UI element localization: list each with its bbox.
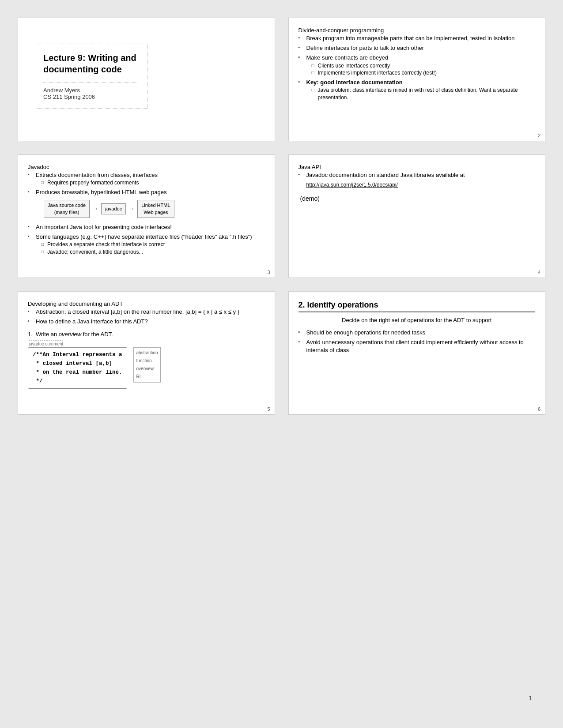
slide-5-step: 1. Write an overview for the ADT. bbox=[28, 331, 265, 338]
slide-4-title: Java API bbox=[299, 164, 536, 170]
code-line-2: * closed interval [a,b] bbox=[33, 360, 112, 367]
annot-2: function bbox=[136, 357, 158, 364]
slide-5-bullets: Abstraction: a closed interval [a,b] on … bbox=[28, 307, 265, 326]
slide-2: Divide-and-conquer programming Break pro… bbox=[288, 18, 546, 141]
sub-2-4-1: Java problem: class interface is mixed i… bbox=[312, 86, 536, 101]
slide-5-number: 5 bbox=[267, 406, 270, 412]
slide-1-inner: Lecture 9: Writing and documenting code … bbox=[36, 44, 147, 109]
sub-2-3-2: Implementers implement interfaces correc… bbox=[312, 69, 536, 77]
slide-3: Javadoc Extracts documentation from clas… bbox=[18, 154, 275, 278]
slide-1: Lecture 9: Writing and documenting code … bbox=[18, 18, 275, 141]
slide-3-bullets: Extracts documentation from classes, int… bbox=[28, 170, 265, 257]
bullet-6-1-text: Should be enough operations for needed t… bbox=[306, 329, 426, 336]
bullet-3-1-text: Extracts documentation from classes, int… bbox=[36, 172, 158, 178]
slide-5: Developing and documenting an ADT Abstra… bbox=[18, 291, 275, 415]
slide-4-number: 4 bbox=[538, 270, 540, 275]
sub-3-4-2: Javadoc: convenient, a little dangerous.… bbox=[41, 248, 265, 256]
bullet-2-4: Key: good interface documentation Java p… bbox=[299, 78, 536, 102]
slide-4: Java API Javadoc documentation on standa… bbox=[288, 154, 546, 278]
bullet-2-3: Make sure contracts are obeyed Clients u… bbox=[299, 53, 536, 78]
diagram-box-2: Linked HTMLWeb pages bbox=[137, 200, 174, 218]
bullet-5-2-text: How to define a Java interface for this … bbox=[36, 318, 148, 325]
bullet-5-1-text: Abstraction: a closed interval [a,b] on … bbox=[36, 308, 239, 315]
sub-2-3-1: Clients use interfaces correctly bbox=[312, 62, 536, 70]
bullet-2-3-sub: Clients use interfaces correctly Impleme… bbox=[312, 62, 536, 77]
slide-6-title: 2. Identify operations bbox=[299, 300, 536, 312]
bullet-5-1: Abstraction: a closed interval [a,b] on … bbox=[28, 307, 265, 317]
slides-grid: Lecture 9: Writing and documenting code … bbox=[18, 18, 545, 415]
bullet-5-2: How to define a Java interface for this … bbox=[28, 317, 265, 326]
code-line-4: */ bbox=[33, 378, 43, 384]
bullet-6-2: Avoid unnecessary operations that client… bbox=[299, 338, 536, 355]
diagram-arrow: → bbox=[92, 205, 98, 214]
slide-2-number: 2 bbox=[538, 133, 540, 138]
bullet-3-4-sub: Provides a separate check that interface… bbox=[41, 241, 265, 256]
code-line-3: * on the real number line. bbox=[33, 369, 122, 375]
code-line-1: /**An Interval represents a bbox=[33, 352, 122, 358]
diagram-box-1: Java source code(many files) bbox=[44, 200, 90, 218]
slide-3-title: Javadoc bbox=[28, 164, 265, 170]
annot-4: RI bbox=[136, 373, 158, 380]
slide-6-subtitle: Decide on the right set of operations fo… bbox=[299, 317, 536, 323]
bullet-3-2-text: Produces browsable, hyperlinked HTML web… bbox=[36, 189, 167, 195]
bullet-4-1-text: Javadoc documentation on standard Java l… bbox=[306, 172, 465, 178]
slide-1-author: Andrew Myers bbox=[43, 87, 136, 94]
slide-5-annotation: abstraction function overview RI bbox=[133, 347, 161, 383]
bullet-2-2: Define interfaces for parts to talk to e… bbox=[299, 43, 536, 53]
bullet-2-4-sub: Java problem: class interface is mixed i… bbox=[312, 86, 536, 101]
slide-5-code-with-annotation: /**An Interval represents a * closed int… bbox=[28, 347, 265, 389]
bullet-2-2-text: Define interfaces for parts to talk to e… bbox=[306, 45, 424, 51]
bullet-2-1-text: Break program into manageable parts that… bbox=[306, 35, 515, 41]
annot-1: abstraction bbox=[136, 349, 158, 356]
javadoc-diagram: Java source code(many files) → javadoc →… bbox=[44, 200, 265, 218]
bullet-3-2: Produces browsable, hyperlinked HTML web… bbox=[28, 188, 265, 222]
slide-5-code-area: javadoc comment /**An Interval represent… bbox=[28, 340, 265, 389]
slide-1-author-block: Andrew Myers CS 211 Spring 2006 bbox=[43, 82, 136, 100]
slide-5-dashed-label: javadoc comment bbox=[29, 340, 63, 346]
bullet-4-1: Javadoc documentation on standard Java l… bbox=[299, 170, 536, 180]
slide-2-title: Divide-and-conquer programming bbox=[299, 27, 536, 34]
slide-4-link: http://java.sun.com/j2se/1.5.0/docs/api/ bbox=[306, 182, 536, 188]
sub-3-1-1: Requires properly formatted comments bbox=[41, 179, 265, 187]
slide-6-bullets: Should be enough operations for needed t… bbox=[299, 328, 536, 356]
slide-5-code-block: /**An Interval represents a * closed int… bbox=[28, 347, 127, 389]
bullet-3-4-text: Some languages (e.g. C++) have separate … bbox=[36, 233, 252, 240]
slide-4-bullets: Javadoc documentation on standard Java l… bbox=[299, 170, 536, 180]
bullet-3-3-text: An important Java tool for presenting co… bbox=[36, 224, 172, 230]
bullet-3-1: Extracts documentation from classes, int… bbox=[28, 170, 265, 188]
bullet-2-1: Break program into manageable parts that… bbox=[299, 34, 536, 43]
diagram-arrow-2: → bbox=[128, 205, 135, 214]
slide-4-demo: (demo) bbox=[300, 195, 536, 202]
slide-5-title: Developing and documenting an ADT bbox=[28, 300, 265, 307]
page-number: 1 bbox=[529, 694, 532, 702]
slide-6: 2. Identify operations Decide on the rig… bbox=[288, 291, 546, 415]
annot-3: overview bbox=[136, 365, 158, 372]
bullet-3-3: An important Java tool for presenting co… bbox=[28, 222, 265, 232]
bullet-3-4: Some languages (e.g. C++) have separate … bbox=[28, 232, 265, 257]
diagram-box-javadoc: javadoc bbox=[101, 203, 126, 214]
bullet-6-2-text: Avoid unnecessary operations that client… bbox=[306, 339, 524, 353]
bullet-6-1: Should be enough operations for needed t… bbox=[299, 328, 536, 338]
bullet-2-4-text: Key: good interface documentation bbox=[306, 79, 403, 86]
sub-3-4-1: Provides a separate check that interface… bbox=[41, 241, 265, 248]
slide-2-bullets: Break program into manageable parts that… bbox=[299, 34, 536, 102]
slide-6-number: 6 bbox=[538, 406, 540, 412]
slide-1-course: CS 211 Spring 2006 bbox=[43, 94, 136, 100]
slide-3-number: 3 bbox=[267, 270, 270, 275]
slide-5-code-text: /**An Interval represents a * closed int… bbox=[33, 350, 122, 386]
bullet-2-3-text: Make sure contracts are obeyed bbox=[306, 54, 389, 61]
slide-1-title: Lecture 9: Writing and documenting code bbox=[43, 52, 136, 75]
bullet-3-1-sub: Requires properly formatted comments bbox=[41, 179, 265, 187]
